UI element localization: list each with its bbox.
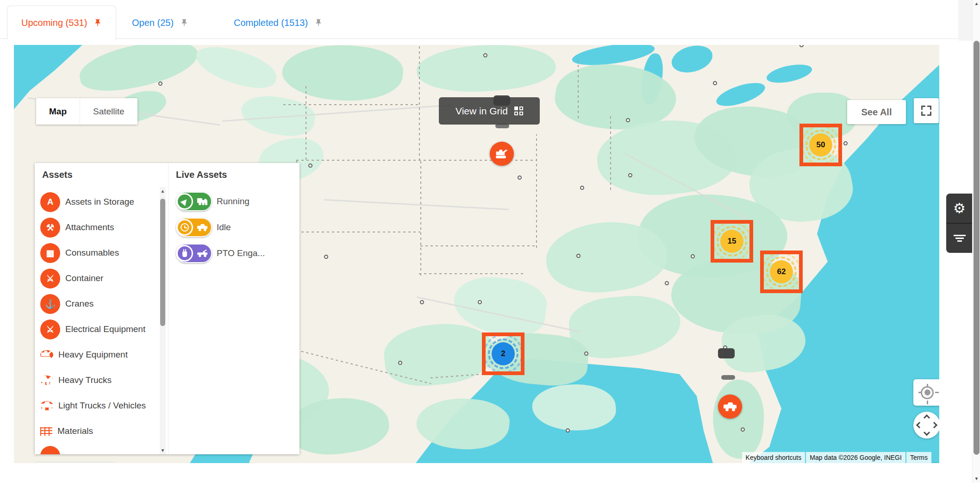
cluster-count[interactable]: 50 [809, 133, 832, 157]
status-tab[interactable]: Open (25) [118, 6, 202, 40]
map-label [478, 298, 484, 306]
consumables-icon: ▦ [40, 243, 60, 263]
asset-category-item[interactable]: Light Trucks / Vehicles [40, 395, 156, 416]
map-label [843, 139, 849, 148]
status-tab[interactable]: Completed (1513) [220, 6, 337, 40]
asset-category-item[interactable]: Heavy Trucks [40, 370, 156, 391]
map-label [626, 171, 632, 179]
excavator-icon [40, 350, 53, 359]
asset-cluster[interactable]: 15 [711, 220, 753, 263]
pan-down-icon[interactable] [924, 429, 930, 436]
map-label [576, 252, 582, 260]
map-type-map-button[interactable]: Map [36, 98, 80, 125]
asset-item-partial [40, 446, 60, 454]
asset-category-item[interactable]: ⚓ Cranes [40, 293, 156, 314]
scroll-down-icon[interactable]: ▼ [160, 448, 166, 453]
letter-a-icon: A [40, 192, 60, 212]
attachment-tool-icon: ⚒ [40, 218, 60, 238]
cluster-count[interactable]: 2 [492, 342, 515, 365]
scrollbar-thumb[interactable] [160, 199, 165, 326]
filter-icon [953, 235, 966, 242]
live-status-label: Running [217, 196, 250, 207]
asset-category-item[interactable]: Heavy Equipment [40, 344, 156, 365]
car-marker-icon [724, 402, 737, 411]
cluster-count[interactable]: 62 [770, 260, 793, 283]
map-label [566, 427, 572, 434]
scrollbar-thumb[interactable] [974, 41, 980, 455]
asset-category-label: Materials [57, 426, 93, 436]
asset-category-label: Attachments [65, 222, 114, 232]
assets-list-scrollbar[interactable]: ▲ ▼ [160, 187, 166, 454]
map-label [580, 184, 586, 192]
live-asset-status-item[interactable]: Idle [176, 218, 231, 237]
asset-category-label: Cranes [65, 299, 94, 309]
power-plug-icon [176, 245, 193, 262]
status-tab-label: Upcoming (531) [21, 18, 87, 28]
services-badge[interactable] [721, 375, 735, 380]
map-label [418, 298, 424, 306]
asset-category-item[interactable]: ⚔ Electrical Equipment [40, 319, 156, 340]
pickup-truck-icon [197, 224, 207, 231]
asset-cluster[interactable]: 50 [799, 124, 842, 166]
settings-button[interactable]: ⚙ [946, 194, 973, 223]
status-tab[interactable]: Upcoming (531) [7, 6, 116, 40]
legend-divider [168, 163, 169, 454]
legend-panel: Assets A Assets in Storage ⚒ Attachments… [35, 163, 300, 454]
map-label [741, 426, 747, 433]
pushpin-icon[interactable] [94, 19, 102, 27]
map-label [518, 174, 524, 182]
my-location-button[interactable] [913, 379, 939, 406]
map-label [798, 45, 804, 50]
asset-category-label: Assets in Storage [65, 197, 134, 207]
asset-category-item[interactable]: ▦ Consumables [40, 242, 156, 263]
map-label [711, 79, 717, 88]
fullscreen-button[interactable] [914, 98, 939, 123]
pan-right-icon[interactable] [931, 422, 937, 428]
map-label [156, 80, 162, 88]
asset-marker[interactable] [490, 142, 514, 166]
pushpin-icon[interactable] [180, 19, 188, 27]
asset-category-item[interactable]: A Assets in Storage [40, 191, 156, 213]
navigation-arrow-icon [176, 193, 193, 210]
asset-marker[interactable] [718, 395, 742, 419]
terms-link[interactable]: Terms [906, 452, 931, 463]
map-type-satellite-button[interactable]: Satellite [80, 98, 137, 125]
clock-icon [176, 219, 193, 236]
see-all-button[interactable]: See All [847, 100, 906, 124]
asset-category-label: Heavy Trucks [58, 375, 112, 385]
asset-category-label: Heavy Equipment [58, 350, 128, 360]
asset-category-item[interactable]: ⚔ Container [40, 268, 156, 289]
dump-truck-icon [40, 376, 53, 385]
live-asset-status-item[interactable]: PTO Enga... [176, 244, 265, 263]
view-in-grid-button[interactable]: View in Grid [439, 97, 540, 125]
filter-button[interactable] [946, 224, 973, 253]
pan-left-icon[interactable] [916, 422, 923, 428]
asset-category-item[interactable]: Materials [40, 420, 156, 442]
scroll-down-icon[interactable]: ▼ [973, 476, 980, 481]
excavator-marker-icon [495, 149, 508, 158]
asset-category-item[interactable]: ⚒ Attachments [40, 217, 156, 238]
map-label [396, 359, 402, 367]
live-asset-status-item[interactable]: Running [176, 192, 250, 211]
asset-category-label: Electrical Equipment [65, 324, 145, 334]
crossed-tools-icon: ⚔ [40, 269, 60, 289]
pan-control[interactable] [913, 412, 939, 439]
map-type-toggle: Map Satellite [36, 98, 137, 125]
map-canvas[interactable]: 50 15 62 2 [14, 45, 939, 463]
asset-cluster[interactable]: 2 [482, 332, 524, 375]
keyboard-shortcuts-link[interactable]: Keyboard shortcuts [742, 452, 805, 463]
scroll-up-icon[interactable]: ▲ [973, 1, 980, 6]
scroll-up-icon[interactable]: ▲ [160, 188, 166, 194]
status-tabs-bar: Upcoming (531) Open (25) Completed (1513… [0, 0, 972, 39]
pushpin-icon[interactable] [314, 19, 323, 27]
page-scrollbar[interactable]: ▲ ▼ [972, 0, 980, 483]
map-attribution: Keyboard shortcuts Map data ©2026 Google… [742, 452, 931, 463]
asset-cluster[interactable]: 62 [760, 251, 803, 293]
live-status-pill [176, 192, 212, 211]
grid-icon [514, 107, 523, 115]
cluster-count[interactable]: 15 [720, 230, 743, 253]
crane-truck-icon [197, 250, 207, 257]
hide-legend-button[interactable]: Hide Legend [36, 463, 115, 463]
asset-category-label: Light Trucks / Vehicles [58, 401, 146, 411]
pan-up-icon[interactable] [924, 414, 930, 421]
